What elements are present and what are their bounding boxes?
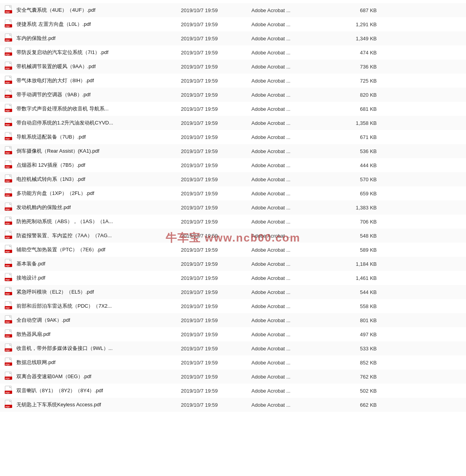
svg-text:PDF: PDF [5,96,10,98]
file-row[interactable]: PDF全自动空调（9AK）.pdf2019/10/7 19:59Adobe Ac… [0,313,466,327]
pdf-icon: PDF [5,231,13,241]
svg-text:PDF: PDF [5,222,10,225]
file-row[interactable]: PDF多功能方向盘（1XP）（2FL）.pdf2019/10/7 19:59Ad… [0,186,466,200]
file-date: 2019/10/7 19:59 [181,106,251,112]
svg-text:PDF: PDF [5,363,10,366]
file-name-text: 带气体放电灯泡的大灯（8IH）.pdf [16,77,94,84]
file-size: 474 KB [338,50,377,56]
svg-text:PDF: PDF [5,180,10,182]
file-row[interactable]: PDF基本装备.pdf2019/10/7 19:59Adobe Acrobat … [0,257,466,271]
file-size: 681 KB [338,106,377,112]
file-date: 2019/10/7 19:59 [181,261,251,267]
file-size: 548 KB [338,233,377,239]
file-name-text: 电控机械式转向系（1N3）.pdf [16,176,85,183]
file-row[interactable]: PDF导航系统适配装备（7UB）.pdf2019/10/7 19:59Adobe… [0,130,466,144]
file-name-cell: PDF多功能方向盘（1XP）（2FL）.pdf [5,188,181,198]
file-name-cell: PDF全自动空调（9AK）.pdf [5,315,181,325]
file-size: 533 KB [338,346,377,352]
file-name-cell: PDF带数字式声音处理系统的收音机 导航系... [5,104,181,114]
file-name-cell: PDF散热器风扇.pdf [5,329,181,339]
svg-text:PDF: PDF [5,251,10,253]
file-row[interactable]: PDF接地设计.pdf2019/10/7 19:59Adobe Acrobat … [0,271,466,285]
file-row[interactable]: PDF防盗报警装置、车内监控（7AA）（7AG...2019/10/7 19:5… [0,229,466,243]
file-row[interactable]: PDF带自动启停系统的1.2升汽油发动机CYVD...2019/10/7 19:… [0,116,466,130]
file-date: 2019/10/7 19:59 [181,36,251,41]
file-row[interactable]: PDF双离合器变速箱0AM（0EG）.pdf2019/10/7 19:59Ado… [0,370,466,384]
file-type: Adobe Acrobat ... [251,317,338,323]
file-name-text: 带数字式声音处理系统的收音机 导航系... [16,105,108,112]
file-name-cell: PDF安全气囊系统（4UE）（4UF）.pdf [5,5,181,15]
file-size: 502 KB [338,388,377,394]
file-row[interactable]: PDF带数字式声音处理系统的收音机 导航系...2019/10/7 19:59A… [0,102,466,116]
file-name-text: 导航系统适配装备（7UB）.pdf [16,133,86,141]
pdf-icon: PDF [5,245,13,255]
file-row[interactable]: PDF电控机械式转向系（1N3）.pdf2019/10/7 19:59Adobe… [0,172,466,186]
file-row[interactable]: PDF双音喇叭（8Y1）（8Y2）（8Y4）.pdf2019/10/7 19:5… [0,384,466,398]
file-row[interactable]: PDF收音机，带外部多媒体设备接口（9WL）...2019/10/7 19:59… [0,341,466,355]
file-date: 2019/10/7 19:59 [181,120,251,126]
file-date: 2019/10/7 19:59 [181,64,251,70]
file-row[interactable]: PDF辅助空气加热装置（PTC）（7E6）.pdf2019/10/7 19:59… [0,243,466,257]
svg-text:PDF: PDF [5,194,10,197]
file-date: 2019/10/7 19:59 [181,402,251,408]
file-name-cell: PDF双音喇叭（8Y1）（8Y2）（8Y4）.pdf [5,386,181,396]
svg-text:PDF: PDF [5,53,10,56]
file-date: 2019/10/7 19:59 [181,7,251,13]
file-size: 1,383 KB [338,205,377,211]
file-row[interactable]: PDF发动机舱内的保险丝.pdf2019/10/7 19:59Adobe Acr… [0,200,466,215]
file-row[interactable]: PDF车内的保险丝.pdf2019/10/7 19:59Adobe Acroba… [0,31,466,45]
file-name-text: 车内的保险丝.pdf [16,35,56,42]
file-row[interactable]: PDF点烟器和 12V插座（7B5）.pdf2019/10/7 19:59Ado… [0,158,466,172]
file-row[interactable]: PDF便捷系统 左置方向盘（L0L）.pdf2019/10/7 19:59Ado… [0,17,466,31]
file-size: 1,184 KB [338,261,377,267]
svg-text:PDF: PDF [5,293,10,295]
file-size: 444 KB [338,162,377,168]
file-name-cell: PDF带自动启停系统的1.2升汽油发动机CYVD... [5,118,181,128]
file-row[interactable]: PDF散热器风扇.pdf2019/10/7 19:59Adobe Acrobat… [0,327,466,341]
file-date: 2019/10/7 19:59 [181,275,251,281]
file-date: 2019/10/7 19:59 [181,148,251,154]
file-row[interactable]: PDF带气体放电灯泡的大灯（8IH）.pdf2019/10/7 19:59Ado… [0,74,466,88]
file-row[interactable]: PDF紧急呼叫模块（EL2）（EL5）.pdf2019/10/7 19:59Ad… [0,285,466,299]
file-date: 2019/10/7 19:59 [181,205,251,211]
file-name-text: 接地设计.pdf [16,274,45,281]
file-type: Adobe Acrobat ... [251,360,338,366]
file-type: Adobe Acrobat ... [251,303,338,309]
pdf-icon: PDF [5,357,13,368]
file-type: Adobe Acrobat ... [251,120,338,126]
file-size: 570 KB [338,177,377,182]
file-name-text: 带机械调节装置的暖风（9AA）.pdf [16,63,96,70]
pdf-icon: PDF [5,61,13,72]
pdf-icon: PDF [5,216,13,227]
file-row[interactable]: PDF带防反复启动的汽车定位系统（7I1）.pdf2019/10/7 19:59… [0,45,466,60]
file-row[interactable]: PDF带机械调节装置的暖风（9AA）.pdf2019/10/7 19:59Ado… [0,60,466,74]
file-size: 725 KB [338,78,377,84]
file-type: Adobe Acrobat ... [251,50,338,56]
file-name-cell: PDF防盗报警装置、车内监控（7AA）（7AG... [5,231,181,241]
file-type: Adobe Acrobat ... [251,134,338,140]
file-date: 2019/10/7 19:59 [181,388,251,394]
file-row[interactable]: PDF前部和后部泊车雷达系统（PDC）（7X2...2019/10/7 19:5… [0,299,466,313]
file-row[interactable]: PDF带手动调节的空调器（9AB）.pdf2019/10/7 19:59Adob… [0,88,466,102]
file-type: Adobe Acrobat ... [251,247,338,253]
file-row[interactable]: PDF数据总线联网.pdf2019/10/7 19:59Adobe Acroba… [0,355,466,370]
file-size: 536 KB [338,148,377,154]
file-name-text: 便捷系统 左置方向盘（L0L）.pdf [16,21,91,28]
pdf-icon: PDF [5,273,13,283]
file-name-cell: PDF辅助空气加热装置（PTC）（7E6）.pdf [5,245,181,255]
file-size: 1,358 KB [338,120,377,126]
file-type: Adobe Acrobat ... [251,78,338,84]
svg-text:PDF: PDF [5,81,10,84]
file-row[interactable]: PDF安全气囊系统（4UE）（4UF）.pdf2019/10/7 19:59Ad… [0,3,466,17]
file-date: 2019/10/7 19:59 [181,289,251,295]
file-name-text: 无钥匙上下车系统Keyless Access.pdf [16,401,101,408]
file-date: 2019/10/7 19:59 [181,332,251,337]
file-row[interactable]: PDF防抱死制动系统（ABS），（1AS）（1A...2019/10/7 19:… [0,215,466,229]
file-row[interactable]: PDF倒车摄像机（Rear Assist）(KA1).pdf2019/10/7 … [0,144,466,158]
file-row[interactable]: PDF无钥匙上下车系统Keyless Access.pdf2019/10/7 1… [0,398,466,412]
file-size: 687 KB [338,7,377,13]
file-type: Adobe Acrobat ... [251,388,338,394]
file-name-cell: PDF电控机械式转向系（1N3）.pdf [5,174,181,184]
file-type: Adobe Acrobat ... [251,261,338,267]
file-type: Adobe Acrobat ... [251,289,338,295]
